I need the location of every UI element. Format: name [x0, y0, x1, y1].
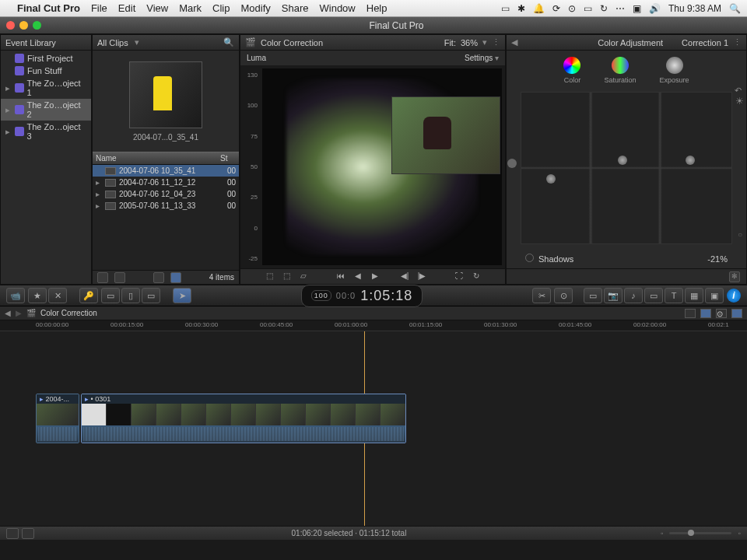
inspector-toggle[interactable]: i — [727, 289, 741, 303]
audio-waveform[interactable] — [37, 425, 79, 443]
chevron-down-icon[interactable]: ▾ — [135, 37, 139, 47]
clip-row[interactable]: ▸2004-07-06 11_12_1200 — [93, 177, 239, 188]
timeline-appearance-button[interactable] — [731, 309, 742, 318]
connect-button[interactable]: ▭ — [101, 288, 120, 303]
color-tab[interactable]: Color — [563, 57, 580, 84]
gear-icon[interactable]: ✻ — [729, 271, 740, 282]
reset-icon[interactable]: ↶ — [735, 86, 742, 96]
volume-icon[interactable]: 🔊 — [649, 3, 661, 14]
spotlight-icon[interactable]: 🔍 — [729, 3, 741, 14]
exposure-tab[interactable]: Exposure — [660, 57, 689, 84]
distort-icon[interactable]: ▱ — [297, 271, 310, 282]
column-name[interactable]: Name — [96, 154, 220, 163]
index-button[interactable] — [6, 528, 19, 539]
append-button[interactable]: ▭ — [142, 288, 160, 303]
event-item[interactable]: First Project — [1, 52, 91, 65]
back-button[interactable]: ◀ — [511, 37, 522, 48]
import-button[interactable]: 📹 — [6, 288, 25, 303]
timeline-view-button[interactable] — [700, 309, 711, 318]
timeline-clip[interactable]: ▸ 2004-... — [36, 394, 79, 443]
timeline-index-button[interactable] — [685, 309, 696, 318]
menu-mark[interactable]: Mark — [179, 2, 202, 14]
themes-button[interactable]: ▣ — [705, 288, 724, 303]
zoom-slider[interactable] — [669, 532, 731, 534]
global-slider-handle[interactable] — [507, 159, 517, 168]
menubar-icon[interactable]: ▣ — [633, 3, 641, 14]
highlights-control-point[interactable] — [686, 156, 695, 165]
saturation-tab[interactable]: Saturation — [604, 57, 636, 84]
zoom-in-icon[interactable]: ◦ — [738, 529, 741, 537]
disclosure-arrow-icon[interactable]: ▸ — [96, 201, 102, 210]
loop-icon[interactable]: ↻ — [470, 271, 482, 282]
filmstrip-button[interactable] — [97, 272, 108, 283]
history-fwd-icon[interactable]: ▶ — [16, 309, 22, 317]
audio-waveform[interactable] — [82, 425, 405, 443]
search-icon[interactable]: 🔍 — [223, 37, 234, 47]
scope-settings[interactable]: Settings — [465, 54, 493, 62]
tool-button[interactable]: ⬚ — [263, 271, 275, 282]
exposure-curve-editor[interactable]: ☀ ○ — [521, 92, 732, 244]
timeline-options-button[interactable]: ⊙ — [716, 309, 727, 318]
menu-window[interactable]: Window — [320, 2, 356, 14]
fit-value[interactable]: 36% — [461, 38, 478, 47]
transitions-button[interactable]: ▭ — [644, 288, 663, 303]
clip-thumbnail[interactable] — [129, 61, 202, 128]
disclosure-arrow-icon[interactable]: ▸ — [5, 83, 12, 93]
disclosure-arrow-icon[interactable]: ▸ — [96, 190, 102, 198]
retime-button[interactable]: ⊙ — [554, 288, 573, 303]
clock[interactable]: Thu 9:38 AM — [668, 3, 721, 14]
arrow-tool[interactable]: ➤ — [173, 288, 191, 303]
event-item[interactable]: ▸The Zo…oject 3 — [1, 121, 91, 142]
keyword-button[interactable]: 🔑 — [79, 288, 98, 303]
generators-button[interactable]: ▦ — [685, 288, 703, 303]
param-value[interactable]: -21% — [707, 254, 728, 264]
menu-view[interactable]: View — [146, 2, 168, 14]
minimize-button[interactable] — [19, 21, 28, 30]
fullscreen-icon[interactable]: ⛶ — [453, 271, 465, 282]
play-icon[interactable]: ▶ — [369, 271, 381, 282]
clip-row[interactable]: ▸2005-07-06 11_13_3300 — [93, 200, 239, 212]
menu-modify[interactable]: Modify — [241, 2, 271, 14]
zoom-button[interactable] — [33, 21, 41, 30]
prev-frame-icon[interactable]: ◀| — [398, 271, 411, 282]
timemachine-icon[interactable]: ↻ — [600, 3, 608, 14]
disclosure-arrow-icon[interactable]: ▸ — [96, 178, 102, 187]
menubar-icon[interactable]: ✱ — [517, 3, 525, 14]
all-clips-filter[interactable]: All Clips — [97, 38, 128, 47]
history-back-icon[interactable]: ◀ — [5, 309, 11, 317]
prev-edit-icon[interactable]: ⏮ — [335, 271, 347, 282]
timecode-display[interactable]: 100 00:01:05:18 — [301, 285, 423, 307]
crop-icon[interactable]: ⬚ — [280, 271, 293, 282]
clip-row[interactable]: ▸2004-07-06 12_04_2300 — [93, 188, 239, 200]
param-toggle[interactable] — [525, 254, 534, 262]
next-frame-icon[interactable]: |▶ — [416, 271, 428, 282]
sync-icon[interactable]: ⟳ — [552, 3, 560, 14]
menu-edit[interactable]: Edit — [118, 2, 135, 14]
play-back-icon[interactable]: ◀ — [352, 271, 364, 282]
menu-file[interactable]: File — [91, 2, 107, 14]
photos-button[interactable]: 📷 — [604, 288, 622, 303]
media-button[interactable]: ▭ — [584, 288, 602, 303]
app-menu[interactable]: Final Cut Pro — [17, 2, 80, 14]
tools-menu[interactable]: ✂ — [532, 288, 551, 303]
close-button[interactable] — [6, 21, 15, 30]
timeline-clip-selected[interactable]: ▸ • 0301 — [81, 394, 406, 443]
correction-label[interactable]: Correction 1 — [682, 38, 728, 47]
scope-mode[interactable]: Luma — [247, 54, 266, 62]
list-view-button[interactable] — [153, 272, 164, 283]
timeline-ruler[interactable]: 00:00:00:00 00:00:15:00 00:00:30:00 00:0… — [0, 320, 747, 331]
menu-help[interactable]: Help — [366, 2, 388, 14]
titles-button[interactable]: T — [665, 288, 683, 303]
event-item-selected[interactable]: ▸The Zo…oject 2 — [1, 99, 91, 121]
gear-icon[interactable] — [114, 272, 125, 283]
music-button[interactable]: ♪ — [624, 288, 643, 303]
timeline[interactable]: ▸ 2004-... ▸ • 0301 — [0, 331, 747, 526]
disclosure-arrow-icon[interactable]: ▸ — [5, 105, 12, 115]
snap-icon[interactable]: ◦ — [661, 529, 664, 537]
column-start[interactable]: St — [220, 154, 236, 163]
menubar-icon[interactable]: ▭ — [501, 3, 510, 14]
grid-view-button[interactable] — [170, 272, 181, 283]
menubar-icon[interactable]: ⊙ — [568, 3, 576, 14]
menu-share[interactable]: Share — [282, 2, 309, 14]
reject-button[interactable]: ✕ — [48, 288, 67, 303]
